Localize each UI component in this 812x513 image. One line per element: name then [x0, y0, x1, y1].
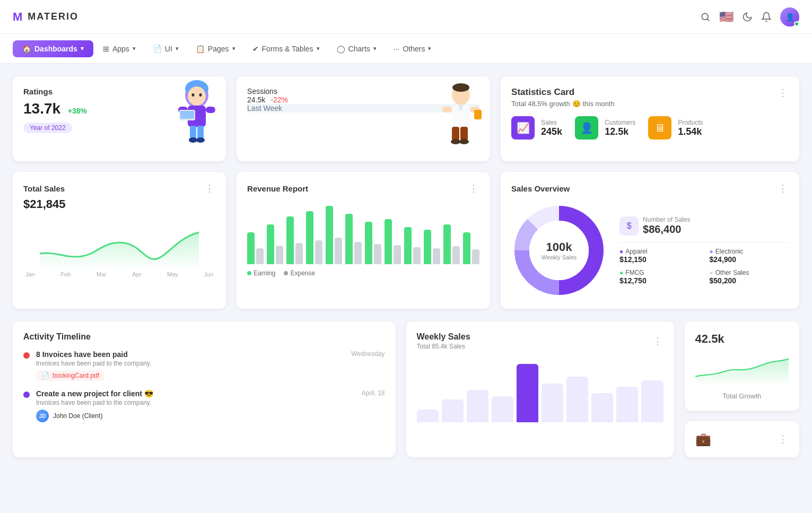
timeline-date-1: April, 18: [361, 389, 385, 397]
user-avatar-small: JD: [36, 410, 49, 422]
sparkline-svg: [23, 216, 215, 269]
bar-group: [267, 224, 283, 264]
weekly-bar: [492, 396, 513, 422]
bar-group: [286, 216, 303, 264]
flag-button[interactable]: 🇺🇸: [719, 10, 734, 24]
earning-bar: [326, 206, 333, 264]
dark-mode-button[interactable]: [742, 12, 753, 22]
menu-forms-tables[interactable]: ✔ Forms & Tables ▾: [245, 40, 327, 57]
weekly-bars: [417, 359, 663, 422]
charts-icon: ◯: [337, 45, 345, 53]
apps-icon: ⊞: [103, 45, 109, 53]
timeline-dot-red: [23, 352, 30, 359]
sessions-character: [432, 79, 490, 161]
earning-bar: [306, 211, 313, 264]
expense-dot: [284, 271, 288, 275]
dollar-icon: $: [619, 216, 639, 236]
svg-rect-24: [460, 127, 468, 141]
menu-charts[interactable]: ◯ Charts ▾: [329, 40, 384, 57]
timeline-file: 📄 bookingCard.pdf: [36, 370, 104, 381]
statistics-menu[interactable]: ⋮: [778, 87, 789, 99]
timeline-date-0: Wednesday: [351, 350, 385, 358]
revenue-menu[interactable]: ⋮: [469, 182, 479, 194]
timeline-title-0: 8 Invoices have been paid: [36, 350, 345, 359]
revenue-report-card: Revenue Report ⋮ Earning Expense: [237, 172, 490, 309]
notifications-button[interactable]: [761, 12, 772, 22]
ratings-badge: Year of 2022: [23, 123, 72, 133]
expense-bar: [413, 247, 421, 264]
legend-divider: [619, 242, 789, 242]
bar-group: [345, 214, 362, 264]
extra-card-menu[interactable]: ⋮: [778, 433, 789, 445]
sessions-figure: [432, 76, 490, 161]
products-label: Products: [678, 119, 703, 126]
app-logo: M MATERIO: [13, 10, 78, 24]
bar-group: [247, 232, 264, 264]
ui-label: UI: [165, 45, 172, 53]
timeline-item: Create a new project for client 😎 Invoic…: [23, 389, 385, 422]
expense-bar: [276, 246, 283, 264]
moon-icon: [742, 12, 753, 22]
total-growth-card: 42.5k Total Growth: [685, 321, 799, 411]
navbar: M MATERIO 🇺🇸 👤: [0, 0, 812, 34]
menu-pages[interactable]: 📋 Pages ▾: [188, 40, 243, 57]
others-icon: ···: [394, 45, 400, 53]
earning-bar: [247, 232, 255, 264]
sales-overview-title: Sales Overview: [511, 184, 570, 193]
bar-group: [463, 232, 479, 264]
user-avatar[interactable]: 👤: [780, 7, 799, 27]
app-name: MATERIO: [28, 11, 78, 22]
earning-bar: [463, 232, 470, 264]
expense-bar: [452, 246, 460, 264]
menu-ui[interactable]: 📄 UI ▾: [145, 40, 186, 57]
bottom-right-column: 42.5k Total Growth 💼 ⋮: [685, 321, 799, 457]
bar-group: [326, 206, 342, 264]
total-sales-menu[interactable]: ⋮: [205, 182, 215, 194]
weekly-bar: [566, 377, 588, 422]
svg-point-6: [199, 93, 202, 97]
earning-bar: [443, 224, 451, 264]
earning-bar: [286, 216, 294, 264]
total-sales-chart: Jan Feb Mar Apr May Jun: [23, 216, 215, 277]
total-sales-title: Total Sales: [23, 184, 65, 193]
weekly-sales-menu[interactable]: ⋮: [653, 335, 663, 347]
timeline-dot-purple: [23, 392, 30, 398]
menu-others[interactable]: ··· Others ▾: [386, 40, 439, 57]
menu-apps[interactable]: ⊞ Apps ▾: [95, 40, 143, 57]
svg-rect-22: [474, 110, 482, 119]
weekly-bar: [517, 364, 538, 422]
timeline-title-1: Create a new project for client 😎: [36, 389, 355, 398]
weekly-bar: [467, 390, 488, 422]
total-growth-value: 42.5k: [695, 332, 789, 346]
weekly-bar: [591, 393, 613, 422]
forms-icon: ✔: [252, 45, 259, 53]
others-label: Others: [403, 45, 425, 53]
bell-icon: [761, 12, 772, 22]
timeline-item: 8 Invoices have been paid Invoices have …: [23, 350, 385, 381]
svg-point-26: [459, 139, 469, 144]
search-button[interactable]: [700, 12, 711, 22]
extra-icon: 💼: [695, 432, 711, 447]
products-icon: 🖥: [648, 116, 671, 140]
donut-grid: ● Apparel $12,150 ● Electronic $24,900: [619, 248, 789, 285]
sales-overview-menu[interactable]: ⋮: [778, 182, 789, 194]
pages-label: Pages: [208, 45, 229, 53]
sessions-card: Sessions 24.5k -22% Last Week: [237, 76, 490, 161]
logo-icon: M: [13, 10, 23, 24]
donut-area: 100k Weekly Sales $ Number of Sales $86,…: [511, 203, 789, 298]
menu-dashboards[interactable]: 🏠 Dashboards ▾: [13, 40, 93, 57]
earning-bar: [345, 214, 353, 264]
ratings-growth: +38%: [68, 107, 87, 115]
charts-label: Charts: [348, 45, 370, 53]
weekly-sales-title: Weekly Sales: [417, 332, 470, 342]
weekly-sales-card: Weekly Sales Total 85.4k Sales ⋮: [406, 321, 674, 457]
expense-bar: [433, 248, 440, 264]
revenue-title: Revenue Report: [247, 184, 308, 193]
ui-icon: 📄: [153, 45, 162, 53]
bar-group: [443, 224, 460, 264]
earning-bar: [365, 222, 372, 264]
svg-rect-23: [452, 127, 459, 141]
revenue-bar-chart: [247, 201, 479, 264]
sales-icon: 📈: [511, 116, 535, 140]
customers-icon: 👤: [575, 116, 598, 140]
